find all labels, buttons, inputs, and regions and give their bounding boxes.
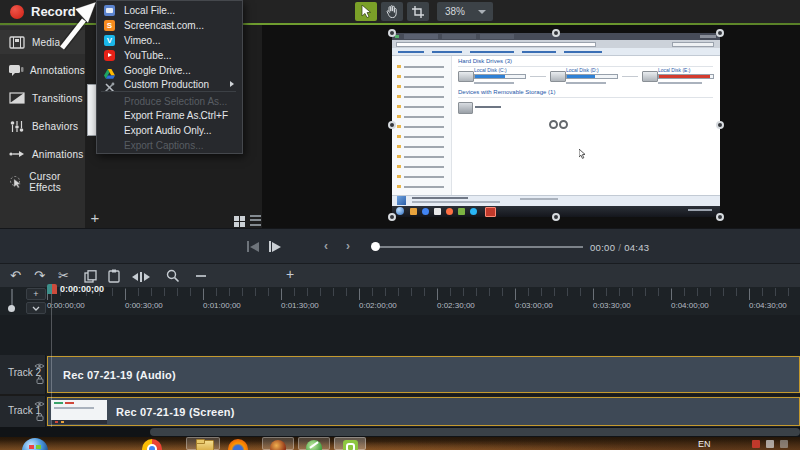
language-indicator[interactable]: EN bbox=[698, 439, 711, 449]
undo-button[interactable]: ↶ bbox=[10, 269, 21, 282]
resize-handle[interactable] bbox=[552, 29, 560, 37]
grid-view-icon[interactable] bbox=[234, 216, 239, 221]
cut-button[interactable]: ✂ bbox=[58, 269, 69, 282]
menu-item-youtube[interactable]: YouTube... bbox=[97, 48, 240, 62]
timeline-toolbar: ↶ ↷ ✂ + bbox=[0, 263, 800, 288]
sidebar-item-animations[interactable]: Animations bbox=[0, 142, 85, 166]
scrub-handle[interactable] bbox=[371, 242, 380, 251]
sidebar-item-annotations[interactable]: Annotations bbox=[0, 58, 85, 82]
resize-handle[interactable] bbox=[552, 213, 560, 221]
menu-item-google-drive[interactable]: Custom Production Google Drive... bbox=[97, 63, 240, 77]
resize-handle[interactable] bbox=[716, 213, 724, 221]
menu-item-export-audio[interactable]: Export Audio Only... bbox=[97, 123, 240, 137]
resize-handle[interactable] bbox=[388, 213, 396, 221]
chrome-icon[interactable] bbox=[142, 439, 162, 450]
removable-group-header: Devices with Removable Storage (1) bbox=[458, 89, 555, 95]
lock-icon[interactable] bbox=[36, 412, 44, 421]
sidebar-item-transitions[interactable]: Transitions bbox=[0, 86, 85, 110]
explorer-taskbar-button[interactable] bbox=[186, 437, 220, 450]
zoom-in-button[interactable]: + bbox=[286, 268, 294, 281]
center-handle-icon[interactable] bbox=[549, 120, 558, 129]
add-track-button[interactable]: + bbox=[26, 288, 46, 300]
recorded-taskbar-icon bbox=[434, 208, 441, 215]
crop-tool-button[interactable] bbox=[407, 2, 429, 21]
recorded-nav-icons bbox=[397, 60, 401, 188]
recorded-taskbar-icon bbox=[446, 208, 453, 215]
next-clip-button[interactable]: › bbox=[346, 239, 350, 253]
codec-tool-taskbar-button[interactable] bbox=[298, 437, 330, 450]
recorded-start-orb bbox=[396, 207, 404, 215]
previous-clip-button[interactable]: ‹ bbox=[324, 239, 328, 253]
playhead-out-handle[interactable] bbox=[52, 284, 57, 294]
blank-icon bbox=[104, 96, 116, 107]
menu-item-vimeo[interactable]: V Vimeo... bbox=[97, 33, 240, 47]
collapse-tracks-button[interactable] bbox=[26, 302, 46, 314]
recorded-window-controls bbox=[700, 35, 716, 38]
resize-handle[interactable] bbox=[388, 121, 396, 129]
recorded-tab bbox=[404, 34, 438, 39]
clip-screen[interactable]: Rec 07-21-19 (Screen) bbox=[47, 397, 800, 426]
firefox-icon[interactable] bbox=[228, 439, 248, 450]
clip-label: Rec 07-21-19 (Screen) bbox=[116, 406, 235, 418]
step-back-button[interactable] bbox=[247, 241, 259, 252]
add-media-button[interactable]: + bbox=[88, 210, 102, 226]
drive-capacity-fill bbox=[475, 75, 505, 78]
zoom-level-value: 38% bbox=[445, 6, 465, 17]
resize-handle[interactable] bbox=[716, 121, 724, 129]
recorded-details-text bbox=[412, 201, 500, 203]
tray-icon[interactable] bbox=[780, 440, 788, 448]
drive-subtext bbox=[566, 82, 606, 84]
zoom-out-button[interactable] bbox=[196, 275, 206, 277]
menu-item-custom-production[interactable]: Custom Production bbox=[97, 77, 240, 91]
sidebar-item-behaviors[interactable]: Behaviors bbox=[0, 114, 85, 138]
drive-icon bbox=[550, 71, 566, 82]
ruler-label: 0:00:30;00 bbox=[125, 301, 163, 310]
track-height-thumb[interactable] bbox=[8, 305, 15, 312]
drive-label: Local Disk (D:) bbox=[566, 67, 599, 73]
scrub-track[interactable] bbox=[374, 246, 583, 248]
list-view-icon[interactable] bbox=[250, 215, 261, 226]
split-button[interactable] bbox=[132, 272, 150, 282]
center-handle-icon[interactable] bbox=[559, 120, 568, 129]
tray-icon[interactable] bbox=[752, 440, 760, 448]
eye-icon[interactable] bbox=[34, 400, 45, 408]
camtasia-taskbar-button[interactable] bbox=[334, 437, 366, 450]
ruler-label: 0:02:30;00 bbox=[437, 301, 475, 310]
media-player-taskbar-button[interactable] bbox=[262, 437, 294, 450]
lock-icon[interactable] bbox=[36, 375, 44, 384]
vimeo-icon: V bbox=[104, 35, 116, 46]
track-row-1: Track 1 Rec 07-21-19 (Screen) bbox=[0, 396, 800, 427]
zoom-level-dropdown[interactable]: 38% bbox=[437, 2, 493, 21]
step-forward-button[interactable] bbox=[269, 241, 281, 252]
blank-icon bbox=[104, 110, 116, 121]
ruler-ticks bbox=[47, 288, 800, 296]
track-2-header[interactable]: Track 2 bbox=[0, 355, 46, 394]
playhead-line[interactable] bbox=[51, 294, 52, 427]
paste-button[interactable] bbox=[108, 269, 120, 283]
sidebar-item-cursor-effects[interactable]: Cursor Effects bbox=[0, 170, 85, 194]
timeline-empty-area[interactable] bbox=[0, 315, 800, 355]
eye-icon[interactable] bbox=[34, 362, 45, 370]
menu-item-local-file[interactable]: Local File... bbox=[97, 3, 240, 17]
menu-item-export-frame[interactable]: Export Frame As... Ctrl+F bbox=[97, 108, 240, 122]
redo-button[interactable]: ↷ bbox=[34, 269, 45, 282]
pan-tool-button[interactable] bbox=[381, 2, 403, 21]
video-preview[interactable]: Hard Disk Drives (3) Local Disk (C:) Loc… bbox=[392, 33, 720, 217]
clip-audio[interactable]: Rec 07-21-19 (Audio) bbox=[47, 356, 800, 393]
recorded-recorder-icon bbox=[485, 207, 496, 217]
drive-group-header: Hard Disk Drives (3) bbox=[458, 58, 512, 64]
recorded-taskbar-icon bbox=[410, 208, 417, 215]
menu-item-screencast[interactable]: S Screencast.com... bbox=[97, 18, 240, 32]
drive-capacity-bar bbox=[566, 74, 618, 79]
recorded-details-text bbox=[520, 198, 558, 200]
select-tool-button[interactable] bbox=[355, 2, 377, 21]
resize-handle[interactable] bbox=[716, 29, 724, 37]
track-1-header[interactable]: Track 1 bbox=[0, 396, 46, 427]
tray-icon[interactable] bbox=[766, 440, 774, 448]
transitions-icon bbox=[8, 92, 26, 104]
timeline-hscrollbar-thumb[interactable] bbox=[150, 428, 800, 436]
start-orb-icon[interactable] bbox=[22, 438, 48, 450]
resize-handle[interactable] bbox=[388, 29, 396, 37]
drive-capacity-bar bbox=[474, 74, 526, 79]
copy-button[interactable] bbox=[84, 270, 97, 283]
